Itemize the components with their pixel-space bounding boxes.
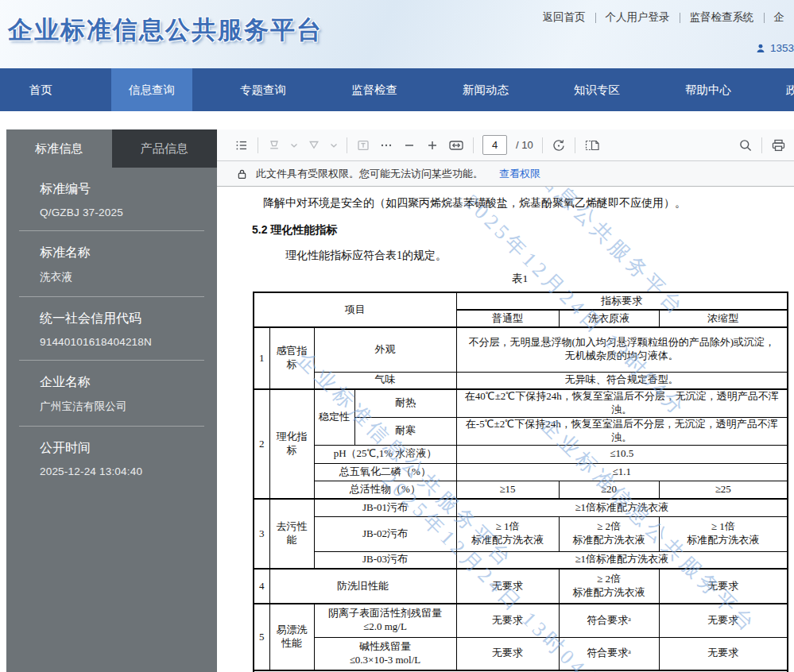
row-no: 1 — [254, 327, 269, 389]
cell-label: 防洗旧性能 — [269, 569, 456, 604]
page-input[interactable] — [482, 135, 507, 155]
page-view-icon[interactable] — [584, 138, 600, 153]
th-type: 洗衣原液 — [559, 310, 659, 327]
cell-label: pH（25℃,1% 水溶液） — [314, 445, 456, 463]
main-nav: 首页 信息查询 专题查询 监督检查 新闻动态 知识专区 帮助中心 政 — [0, 68, 794, 111]
doc-paragraph: 降解中对环境是安全的（如四聚丙烯烷基苯磺酸盐，烷基酚聚氧乙烯醚即不应使用）。 — [263, 196, 686, 210]
cell-value: ≥ 1倍 标准配方洗衣液 — [456, 516, 559, 551]
th-requirement: 指标要求 — [456, 292, 788, 310]
cell-value: ≥ 2倍 标准配方洗衣液 — [559, 516, 659, 551]
cell-label: 总活性物（%） — [314, 481, 456, 499]
pdf-viewer: / 10 — [217, 129, 794, 672]
nav-item-help[interactable]: 帮助中心 — [668, 68, 749, 111]
site-header: 企业标准信息公共服务平台 返回首页 个人用户登录 监督检查系统 企 1353 — [0, 0, 794, 68]
nav-item-knowledge[interactable]: 知识专区 — [556, 68, 637, 111]
zoom-out-icon[interactable] — [402, 138, 416, 153]
user-count: 1353 — [755, 42, 794, 54]
user-count-value: 1353 — [770, 42, 794, 54]
cell-label: 外观 — [314, 327, 456, 372]
nav-item-topic-query[interactable]: 专题查询 — [223, 68, 304, 111]
fit-width-icon[interactable] — [448, 138, 464, 153]
cell-label: 阴离子表面活性剂残留量 ≤2.0 mg/L — [314, 604, 456, 637]
pdf-toolbar: / 10 — [217, 129, 794, 161]
field-label: 公开时间 — [40, 440, 204, 457]
header-links: 返回首页 个人用户登录 监督检查系统 企 — [533, 10, 794, 25]
cell-value: 无要求 — [659, 569, 788, 604]
print-icon[interactable] — [771, 138, 786, 153]
row-no: 3 — [254, 499, 269, 569]
link-supervision-system[interactable]: 监督检查系统 — [680, 10, 764, 25]
cell-value: 符合要求ᵃ — [559, 604, 659, 637]
nav-item-news[interactable]: 新闻动态 — [445, 68, 526, 111]
cell-value: ≤10.5 — [456, 445, 788, 463]
outline-icon[interactable] — [234, 138, 249, 153]
toolbar-divider — [347, 137, 347, 153]
cell-label: JB-03污布 — [314, 551, 456, 569]
nav-item-info-query[interactable]: 信息查询 — [111, 68, 192, 111]
nav-item-home[interactable]: 首页 — [0, 68, 81, 111]
field-label: 企业名称 — [40, 374, 204, 391]
field-credit-code: 统一社会信用代码 91440101618404218N — [6, 297, 217, 360]
toolbar-divider — [761, 137, 762, 153]
toolbar-divider — [575, 137, 575, 153]
cell-value: ≥ 1倍 标准配方洗衣液 — [659, 516, 788, 551]
tab-product-info[interactable]: 产品信息 — [112, 129, 218, 168]
search-icon[interactable] — [738, 138, 753, 153]
toolbar-divider — [258, 137, 258, 153]
field-value: 洗衣液 — [40, 270, 204, 284]
field-label: 标准编号 — [40, 181, 204, 198]
draw-icon[interactable] — [307, 138, 321, 153]
cell-value: ≥15 — [456, 481, 559, 499]
cell-value: 无要求 — [659, 637, 788, 670]
cell-label: 总五氧化二磷（%） — [314, 463, 456, 481]
row-category: 易漂洗性能 — [269, 604, 314, 670]
field-label: 统一社会信用代码 — [40, 311, 204, 327]
cell-value: ≥1倍标准配方洗衣液 — [456, 551, 788, 569]
cell-value: ≥20 — [559, 481, 659, 499]
cell-value: ≥25 — [659, 481, 788, 499]
th-item: 项目 — [254, 292, 456, 327]
nav-item-partial[interactable]: 政 — [779, 68, 794, 111]
row-category: 去污性能 — [269, 499, 314, 569]
row-category: 理化指标 — [269, 389, 314, 499]
view-permission-link[interactable]: 查看权限 — [499, 167, 540, 181]
field-value: 广州宝洁有限公司 — [40, 400, 204, 414]
permission-bar: 此文件具有受限权限。您可能无法访问某些功能。 查看权限 — [217, 161, 794, 187]
link-return-home[interactable]: 返回首页 — [533, 10, 595, 25]
highlight-chevron-down-icon[interactable] — [290, 138, 298, 153]
cell-label: 耐寒 — [354, 417, 456, 445]
nav-item-supervision[interactable]: 监督检查 — [334, 68, 415, 111]
cell-label: JB-02污布 — [314, 516, 456, 551]
link-enterprise-partial[interactable]: 企 — [765, 10, 794, 25]
field-standard-name: 标准名称 洗衣液 — [6, 231, 217, 296]
pdf-page[interactable]: 企业标准信息公共服务平台 2025年12月24日 13时04分 企业标准信息公共… — [217, 187, 794, 672]
tab-standard-info[interactable]: 标准信息 — [6, 129, 112, 168]
draw-chevron-down-icon[interactable] — [330, 138, 338, 153]
rotate-icon[interactable] — [552, 138, 566, 153]
row-no: 5 — [254, 604, 269, 670]
field-standard-number: 标准编号 Q/GZBJ 37-2025 — [6, 168, 217, 230]
cell-label: 耐热 — [354, 389, 456, 417]
cell-label: 气味 — [314, 372, 456, 389]
th-type: 普通型 — [456, 310, 559, 327]
link-personal-login[interactable]: 个人用户登录 — [596, 10, 680, 25]
lock-icon — [236, 168, 248, 180]
cell-value: 无要求 — [456, 604, 559, 637]
more-icon[interactable] — [379, 138, 393, 153]
field-value: 91440101618404218N — [40, 336, 204, 348]
doc-paragraph: 理化性能指标应符合表1的规定。 — [285, 249, 447, 263]
zoom-in-icon[interactable] — [425, 138, 440, 153]
row-no: 2 — [254, 389, 269, 499]
field-publish-time: 公开时间 2025-12-24 13:04:40 — [6, 427, 217, 489]
sidebar: 标准信息 产品信息 标准编号 Q/GZBJ 37-2025 标准名称 洗衣液 统… — [6, 129, 217, 672]
cell-value: 在40℃±2℃下保持24h，恢复至室温后不分层，无沉淀，透明产品不浑浊。 — [456, 389, 788, 417]
row-no: 4 — [254, 569, 269, 604]
highlight-icon[interactable] — [267, 138, 281, 153]
text-box-icon[interactable] — [356, 138, 370, 153]
sidebar-tabs: 标准信息 产品信息 — [6, 129, 217, 168]
cell-label: 稳定性 — [314, 389, 354, 445]
field-label: 标准名称 — [40, 245, 204, 261]
doc-heading: 5.2 理化性能指标 — [252, 223, 337, 238]
cell-label: 碱性残留量 ≤0.3×10-3 mol/L — [314, 637, 456, 670]
field-value: 2025-12-24 13:04:40 — [40, 465, 204, 477]
